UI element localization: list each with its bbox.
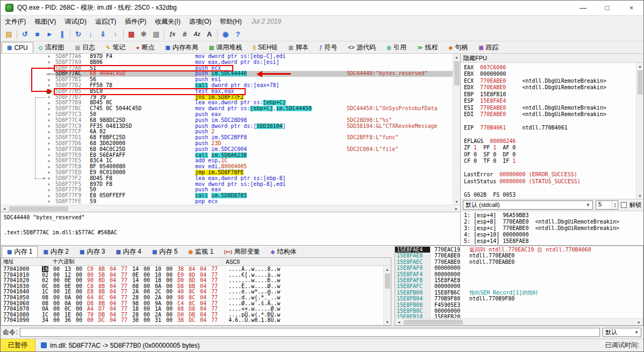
stack-row[interactable]: 15E8FAF400000000 <box>395 271 643 277</box>
register-line[interactable]: EDX 770EABE0 <ntdll.DbgUiRemoteBreakin> <box>464 84 636 91</box>
dump-row[interactable]: 7704100016001300C08B04771400100038840477… <box>1 267 383 272</box>
scroll-up-icon[interactable]: ▲ <box>638 63 642 69</box>
tab-script[interactable]: ▥脚本 <box>283 42 314 53</box>
argument-line[interactable]: 5: [esp+14] 15E8FAE8 <box>464 238 643 245</box>
breakpoint-column[interactable] <box>46 113 55 116</box>
scroll-left-icon[interactable]: ◄ <box>395 320 403 324</box>
tab-call-stack[interactable]: ▤调用堆栈 <box>204 42 247 53</box>
tab-cpu[interactable]: ▦CPU <box>2 42 33 53</box>
memory-dump-view[interactable]: 地址 十六进制 ASCII 7704100016001300C08B047714… <box>1 257 391 326</box>
calculator-fx-button[interactable]: ƒx <box>166 28 178 40</box>
tab-dump-4[interactable]: ▦内存 4 <box>110 246 146 257</box>
breakpoint-column[interactable] <box>46 142 55 145</box>
hash-button[interactable]: # <box>178 28 191 40</box>
step-into-button[interactable]: ↓ <box>84 28 97 40</box>
disasm-row[interactable]: 5D8F77FE59pop ecx <box>1 199 453 205</box>
settings-button[interactable]: ✱ <box>138 28 150 40</box>
menu-item-1[interactable]: 视图(V) <box>30 16 60 27</box>
scroll-up-icon[interactable]: ▲ <box>385 266 389 272</box>
breakpoint-column[interactable] <box>46 108 55 110</box>
tab-dump-3[interactable]: ▦内存 3 <box>74 246 110 257</box>
tab-trace[interactable]: ▣跟踪 <box>473 42 504 53</box>
breakpoint-column[interactable] <box>46 177 55 179</box>
breakpoint-column[interactable] <box>46 67 55 69</box>
tab-log[interactable]: ▤日志 <box>70 42 101 53</box>
stack-row[interactable]: 15E8FAE8770EABE0ntdll.770EABE0 <box>395 253 643 258</box>
tab-handles[interactable]: ◆句柄 <box>443 42 473 53</box>
stack-row[interactable]: 15E8FAFC00000000 <box>395 283 643 289</box>
tab-source[interactable]: <>源代码 <box>343 42 382 53</box>
menu-item-3[interactable]: 追踪(T) <box>91 16 120 27</box>
register-line[interactable]: OF 0 SF 0 DF 0 <box>464 152 636 158</box>
disasm-row[interactable]: 5D8F77DB68 04C0C25Dpush im.5DC2C0045DC2C… <box>1 147 453 153</box>
menu-item-0[interactable]: 文件(F) <box>1 16 30 27</box>
titlebar[interactable]: QQ.exe - PID: 268C - 模块: im.dll - 线程: 25… <box>1 1 643 16</box>
tab-locals[interactable]: [x=]局部变量 <box>219 246 265 257</box>
menu-item-7[interactable]: 帮助(H) <box>216 16 246 27</box>
breakpoint-column[interactable] <box>46 195 55 197</box>
breakpoint-column[interactable] <box>46 102 55 104</box>
spinner-arrows-icon[interactable]: ▲▼ <box>612 201 618 209</box>
assemble-button[interactable]: Az <box>191 28 203 40</box>
stack-row[interactable]: 15E8FAF815E8FAE8 <box>395 277 643 283</box>
tab-memory-map[interactable]: ▦内存布局 <box>160 42 203 53</box>
breakpoint-column[interactable] <box>46 96 55 98</box>
breakpoint-column[interactable] <box>46 148 55 150</box>
stack-row[interactable]: 15E8FAEC770EABE0ntdll.770EABE0 <box>395 259 643 265</box>
breakpoint-column[interactable] <box>46 55 55 58</box>
maximize-icon[interactable]: □ <box>595 1 619 15</box>
scrollbar-thumb[interactable] <box>638 70 643 95</box>
dump-selected-byte[interactable]: 16 <box>42 266 48 272</box>
register-line[interactable] <box>464 165 636 171</box>
step-over-button[interactable]: ⇓ <box>97 28 109 40</box>
argument-line[interactable]: 4: [esp+10] 00000000 <box>464 232 643 238</box>
menu-item-6[interactable]: 选项(O) <box>185 16 216 27</box>
register-line[interactable]: LastError 00000000 (ERROR_SUCCESS) <box>464 171 636 178</box>
command-input[interactable] <box>20 328 600 337</box>
registers-view[interactable]: EAX 007C6000EBX 00000000ECX 770EABE0 <nt… <box>461 63 636 199</box>
breakpoint-column[interactable] <box>46 171 55 174</box>
register-line[interactable]: CF 0 TF 0 IF 1 <box>464 158 636 164</box>
help-button[interactable]: ? <box>232 28 244 40</box>
patches-button[interactable]: ▦ <box>125 28 138 40</box>
breakpoint-column[interactable] <box>46 84 55 87</box>
disasm-row[interactable]: 5D8F77B585C0test eax,eax <box>1 89 453 95</box>
argument-line[interactable]: 1: [esp+4] 96A59BB3 <box>464 212 643 219</box>
breakpoint-column[interactable] <box>46 125 55 127</box>
breakpoint-column[interactable] <box>46 89 55 94</box>
register-line[interactable]: EBP 15E8FB10 <box>464 91 636 98</box>
register-line[interactable]: EBX 00000000 <box>464 71 636 77</box>
register-line[interactable] <box>464 118 636 125</box>
scrollbar-thumb[interactable] <box>9 206 68 211</box>
scroll-right-icon[interactable]: ► <box>453 207 460 211</box>
argument-count-spinner[interactable]: 5 ▲▼ <box>596 200 618 210</box>
tab-watch-1[interactable]: ◉监视 1 <box>183 246 219 257</box>
disassembly-view[interactable]: 5D8F77A6897D F4mov dword ptr ss:[ebp-C],… <box>1 54 453 205</box>
stack-row[interactable]: 15E8FB04770B9F80ntdll.770B9F80 <box>395 296 643 301</box>
scroll-down-icon[interactable]: ▼ <box>455 198 459 205</box>
breakpoint-column[interactable] <box>46 61 55 63</box>
breakpoint-column[interactable] <box>46 79 55 81</box>
breakpoint-column[interactable] <box>46 166 55 168</box>
register-line[interactable]: ESP 15E8FAE4 <box>464 98 636 104</box>
tab-symbols[interactable]: ƒ符号 <box>314 42 343 53</box>
registers-vscrollbar[interactable]: ▲ ▼ <box>636 63 643 199</box>
register-line[interactable] <box>464 132 636 138</box>
breakpoint-column[interactable] <box>46 119 55 121</box>
register-line[interactable]: ECX 770EABE0 <ntdll.DbgUiRemoteBreakin> <box>464 78 636 84</box>
tab-dump-1[interactable]: ▦内存 1 <box>2 246 38 257</box>
tab-struct[interactable]: ◆结构体 <box>266 246 302 257</box>
tab-notes[interactable]: ✎笔记 <box>101 42 131 53</box>
stack-view[interactable]: 15E8FAE4770EAC19返回到 ntdll.770EAC19 自 ntd… <box>395 246 643 326</box>
breakpoint-dot-icon[interactable] <box>46 89 51 94</box>
argument-line[interactable]: 3: [esp+c] 770EABE0 <ntdll.DbgUiRemoteBr… <box>464 225 643 232</box>
unlock-checkbox[interactable] <box>621 202 627 208</box>
scrollbar-thumb[interactable] <box>454 61 460 85</box>
arguments-view[interactable]: 1: [esp+4] 96A59BB32: [esp+8] 770EABE0 <… <box>461 211 643 245</box>
tab-dump-5[interactable]: ▦内存 5 <box>147 246 183 257</box>
step-out-button[interactable]: ↑ <box>109 28 121 40</box>
register-line[interactable]: LastStatus 00000000 (STATUS_SUCCESS) <box>464 178 636 185</box>
breakpoint-column[interactable] <box>46 131 55 133</box>
open-file-button[interactable]: ▤ <box>3 28 15 40</box>
scroll-down-icon[interactable]: ▼ <box>638 192 642 199</box>
